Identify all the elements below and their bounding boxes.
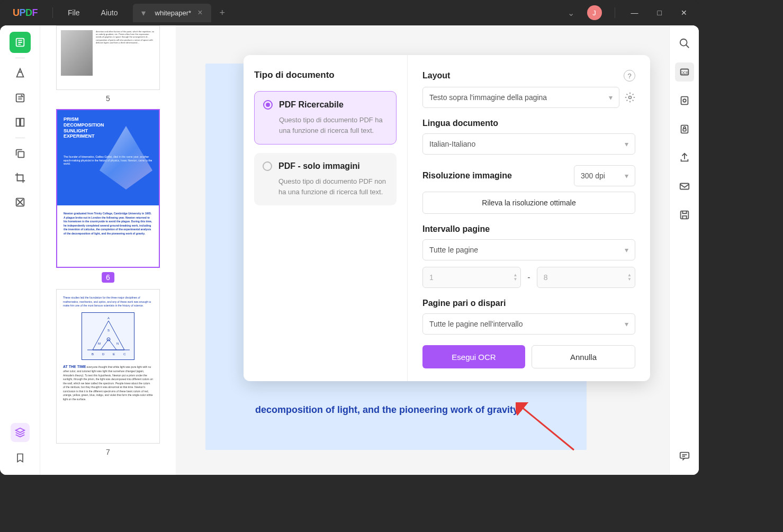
- svg-text:E: E: [113, 353, 115, 356]
- left-toolbar: [0, 25, 40, 475]
- document-tab[interactable]: ▾ whitepaper* ×: [133, 4, 211, 22]
- radio-icon: [263, 100, 273, 110]
- svg-text:B: B: [92, 353, 94, 356]
- svg-rect-23: [680, 211, 688, 219]
- crop-tool[interactable]: [10, 167, 31, 188]
- lang-select[interactable]: Italian-Italiano▾: [422, 133, 635, 155]
- svg-text:OCR: OCR: [680, 71, 688, 75]
- thumbnail-page-6[interactable]: PRISM DECOMPOSITION SUNLIGHT EXPERIMENT …: [53, 109, 163, 283]
- bookmark-tool[interactable]: [10, 447, 31, 468]
- app-logo: UPDF: [13, 7, 38, 19]
- svg-rect-1: [16, 94, 24, 102]
- tab-dropdown-icon[interactable]: ▾: [141, 8, 146, 18]
- doc-type-title: PDF - solo immagini: [278, 161, 360, 171]
- odd-even-label: Pagine pari o dispari: [422, 299, 635, 308]
- lang-label: Lingua documento: [422, 119, 635, 128]
- doc-type-image-only[interactable]: PDF - solo immagini Questo tipo di docum…: [254, 153, 397, 205]
- gear-icon[interactable]: [625, 92, 635, 103]
- menu-help[interactable]: Aiuto: [91, 4, 129, 21]
- chevron-down-icon[interactable]: ⌄: [563, 4, 579, 22]
- thumbnail-label: 5: [53, 94, 163, 103]
- email-icon[interactable]: [675, 177, 694, 196]
- svg-rect-18: [681, 97, 688, 105]
- svg-rect-4: [18, 151, 24, 157]
- tab-title: whitepaper*: [155, 9, 192, 17]
- svg-text:S: S: [107, 329, 110, 332]
- doc-type-desc: Questo tipo di documento PDF ha una funz…: [279, 115, 388, 136]
- minimize-button[interactable]: —: [624, 4, 646, 21]
- menu-file[interactable]: File: [57, 4, 91, 21]
- thumbnail-page-7[interactable]: These studies laid the foundation for th…: [53, 289, 163, 456]
- comment-icon[interactable]: [675, 446, 694, 465]
- svg-text:C: C: [123, 353, 126, 356]
- link-icon[interactable]: [675, 91, 694, 110]
- titlebar: UPDF File Aiuto ▾ whitepaper* × + ⌄ J — …: [0, 0, 699, 25]
- svg-text:M: M: [98, 342, 101, 345]
- ocr-panel: Tipo di documento PDF Ricercabile Questo…: [244, 55, 650, 381]
- svg-text:D: D: [102, 353, 105, 356]
- page-tool[interactable]: [10, 112, 31, 133]
- document-text: decomposition of light, and the pioneeri…: [255, 404, 520, 416]
- svg-rect-2: [16, 119, 19, 127]
- resolution-select[interactable]: 300 dpi▾: [574, 165, 635, 186]
- close-button[interactable]: ✕: [673, 4, 695, 21]
- thumbnail-label: 6: [102, 272, 114, 283]
- run-ocr-button[interactable]: Esegui OCR: [422, 345, 525, 368]
- svg-point-25: [629, 96, 632, 99]
- odd-even-select[interactable]: Tutte le pagine nell'intervallo▾: [422, 313, 635, 335]
- doc-type-searchable[interactable]: PDF Ricercabile Questo tipo di documento…: [254, 91, 397, 145]
- thumbnails-panel: direction and other factors of the point…: [40, 25, 176, 475]
- svg-text:N: N: [116, 342, 119, 345]
- doc-type-title: PDF Ricercabile: [279, 100, 344, 110]
- range-from-input[interactable]: 1 ▲▼: [422, 267, 521, 288]
- svg-rect-22: [680, 184, 689, 190]
- edit-tool[interactable]: [10, 87, 31, 109]
- thumbnail-label: 7: [53, 448, 163, 456]
- redact-tool[interactable]: [10, 192, 31, 213]
- tab-add-icon[interactable]: +: [220, 7, 226, 19]
- thumbnail-page-5[interactable]: direction and other factors of the point…: [53, 25, 163, 103]
- share-icon[interactable]: [675, 148, 694, 167]
- copy-tool[interactable]: [10, 143, 31, 164]
- layout-select[interactable]: Testo sopra l'immagine della pagina▾: [422, 87, 619, 108]
- doc-type-desc: Questo tipo di documento PDF non ha una …: [278, 176, 388, 197]
- svg-point-15: [680, 39, 687, 46]
- resolution-label: Risoluzione immagine: [422, 171, 512, 181]
- reader-tool[interactable]: [10, 32, 31, 53]
- cancel-button[interactable]: Annulla: [532, 345, 635, 368]
- detect-resolution-button[interactable]: Rileva la risoluzione ottimale: [422, 192, 635, 214]
- layers-button[interactable]: [11, 423, 30, 442]
- maximize-button[interactable]: □: [650, 4, 669, 21]
- svg-point-19: [683, 99, 686, 102]
- right-toolbar: OCR: [669, 25, 699, 475]
- radio-icon: [263, 161, 272, 171]
- doc-type-heading: Tipo di documento: [254, 70, 397, 80]
- highlight-tool[interactable]: [10, 63, 31, 84]
- svg-rect-3: [20, 119, 23, 127]
- save-icon[interactable]: [675, 205, 694, 224]
- layout-label: Layout: [422, 71, 450, 80]
- svg-rect-21: [683, 129, 686, 131]
- ocr-icon[interactable]: OCR: [675, 62, 694, 82]
- search-icon[interactable]: [675, 34, 694, 53]
- protect-icon[interactable]: [675, 120, 694, 139]
- range-label: Intervallo pagine: [422, 224, 635, 234]
- range-select[interactable]: Tutte le pagine▾: [422, 239, 635, 260]
- tab-close-icon[interactable]: ×: [197, 8, 202, 17]
- help-icon[interactable]: ?: [624, 70, 635, 82]
- range-dash: -: [527, 273, 530, 282]
- range-to-input[interactable]: 8 ▲▼: [537, 267, 635, 288]
- avatar[interactable]: J: [587, 5, 602, 20]
- svg-text:A: A: [107, 317, 110, 320]
